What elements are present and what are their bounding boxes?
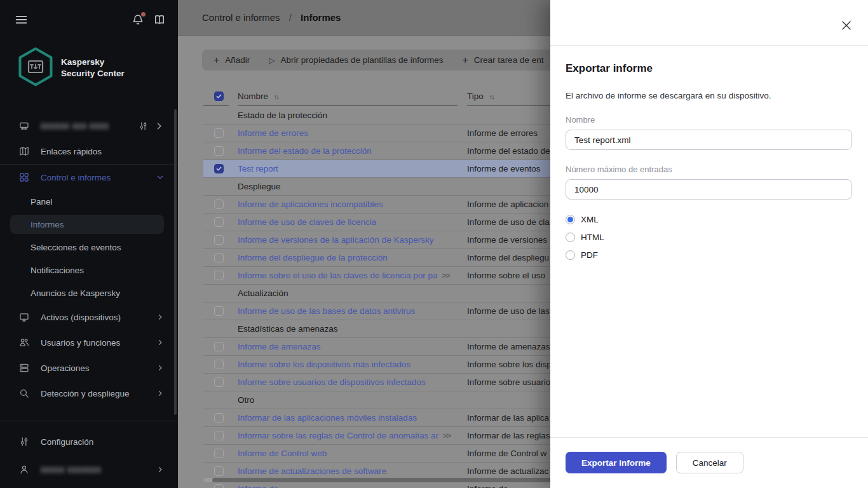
- breadcrumb-parent[interactable]: Control e informes: [202, 12, 280, 23]
- sidebar-server-selector[interactable]: ▮▮▮▮▮▮ ▮▮▮ ▮▮▮▮: [0, 114, 178, 137]
- row-checkbox[interactable]: [214, 466, 224, 476]
- sidebar-item-label: Control e informes: [41, 173, 156, 182]
- row-checkbox[interactable]: [214, 377, 224, 387]
- row-checkbox[interactable]: [214, 484, 224, 488]
- report-name-link[interactable]: Informe de errores: [238, 128, 308, 138]
- report-name-link[interactable]: Informar de las aplicaciones móviles ins…: [238, 413, 417, 423]
- cell-tipo: Informe de amenazas: [467, 338, 550, 355]
- sidebar-item-configuraci-n[interactable]: Configuración: [0, 428, 178, 456]
- truncation-marker: >>: [442, 271, 449, 280]
- sidebar-item-selecciones-de-eventos[interactable]: Selecciones de eventos: [0, 236, 178, 259]
- sidebar-subitem-label: Notificaciones: [31, 266, 84, 275]
- bell-icon[interactable]: [132, 14, 144, 25]
- report-name-link[interactable]: Informe de versiones de la aplicación de…: [238, 235, 433, 245]
- format-option-pdf[interactable]: PDF: [566, 246, 852, 264]
- radio-unselected-icon[interactable]: [566, 233, 575, 242]
- report-name-link[interactable]: Informe sobre usuarios de dispositivos i…: [238, 377, 426, 387]
- toolbar-button-3[interactable]: +Crear tarea de ent: [463, 55, 544, 66]
- sidebar-item-control-e-informes[interactable]: Control e informes: [0, 165, 178, 190]
- sidebar-item-label: Configuración: [41, 437, 164, 447]
- report-name-link[interactable]: Informe de uso de claves de licencia: [238, 217, 376, 227]
- row-checkbox[interactable]: [214, 164, 224, 173]
- cell-nombre: Informe de uso de claves de licencia: [238, 214, 376, 231]
- max-entries-field[interactable]: [566, 179, 852, 200]
- users-icon: [19, 337, 29, 348]
- row-checkbox[interactable]: [214, 235, 224, 245]
- report-name-link[interactable]: Informe sobre el uso de las claves de li…: [238, 271, 437, 280]
- row-checkbox[interactable]: [214, 253, 224, 262]
- server-settings-icon[interactable]: [139, 121, 148, 131]
- report-name-link[interactable]: Informe de Control web: [238, 449, 327, 458]
- format-option-xml[interactable]: XML: [566, 210, 852, 228]
- export-report-button[interactable]: Exportar informe: [566, 452, 667, 473]
- chevron-right-icon: [156, 466, 164, 473]
- format-option-html[interactable]: HTML: [566, 228, 852, 246]
- sidebar-item-enlaces-r-pidos[interactable]: Enlaces rápidos: [0, 139, 178, 164]
- cell-nombre: Informe sobre el uso de las claves de li…: [238, 267, 449, 284]
- report-name-link[interactable]: Informe de uso de las bases de datos ant…: [238, 306, 415, 316]
- cell-tipo: Informe de versiones: [467, 231, 547, 248]
- column-header-nombre[interactable]: Nombre ↑↓: [238, 87, 458, 106]
- row-checkbox[interactable]: [214, 146, 224, 156]
- row-checkbox[interactable]: [214, 306, 224, 316]
- report-name-link[interactable]: Informe del estado de la protección: [238, 146, 372, 156]
- row-checkbox[interactable]: [214, 449, 224, 458]
- cell-tipo: Informe de uso de las: [467, 302, 550, 320]
- sidebar-item-detecci-n-y-despliegue[interactable]: Detección y despliegue: [0, 381, 178, 406]
- chevron-down-icon: [156, 173, 164, 181]
- radio-unselected-icon[interactable]: [566, 250, 575, 260]
- sort-icon[interactable]: ↑↓: [274, 93, 278, 100]
- group-label: Otro: [238, 395, 254, 405]
- cancel-button[interactable]: Cancelar: [676, 452, 743, 473]
- row-checkbox[interactable]: [214, 413, 224, 423]
- chevron-right-icon: [156, 313, 164, 321]
- sidebar-item-panel[interactable]: Panel: [0, 190, 178, 213]
- sidebar-item-activos-dispositivos[interactable]: Activos (dispositivos): [0, 304, 178, 330]
- row-checkbox[interactable]: [214, 200, 224, 209]
- row-checkbox[interactable]: [214, 431, 224, 440]
- search-icon: [19, 388, 29, 398]
- close-icon[interactable]: [841, 20, 851, 30]
- report-name-link[interactable]: Informe de aplicaciones incompatibles: [238, 200, 383, 209]
- name-field-label: Nombre: [566, 115, 852, 125]
- cell-tipo: Informe de eventos: [467, 160, 541, 177]
- brand-line2: Security Center: [61, 68, 125, 79]
- sidebar-scrollbar[interactable]: [174, 109, 177, 415]
- sort-icon[interactable]: ↑↓: [489, 93, 494, 100]
- row-checkbox[interactable]: [214, 360, 224, 369]
- sliders-icon: [19, 437, 29, 447]
- play-icon: ▷: [269, 55, 275, 65]
- toolbar-button-2[interactable]: ▷Abrir propiedades de plantillas de info…: [269, 55, 443, 65]
- row-checkbox[interactable]: [214, 217, 224, 227]
- sidebar-item-[interactable]: ▮▮▮▮▮ ▮▮▮▮▮▮▮: [0, 456, 178, 484]
- sidebar-subitem-label: Anuncios de Kaspersky: [31, 288, 120, 298]
- cell-nombre: Estado de la protección: [238, 107, 327, 124]
- server-chevron-right-icon[interactable]: [154, 121, 164, 131]
- sidebar-item-operaciones[interactable]: Operaciones: [0, 355, 178, 381]
- report-name-link[interactable]: Informe de: [238, 484, 279, 488]
- cell-nombre: Informe de amenazas: [238, 338, 321, 355]
- report-name-link[interactable]: Informe de actualizaciones de software: [238, 466, 386, 476]
- sidebar-item-anuncios-de-kaspersky[interactable]: Anuncios de Kaspersky: [0, 281, 178, 304]
- row-checkbox[interactable]: [214, 128, 224, 138]
- report-name-link[interactable]: Informar sobre las reglas de Control de …: [238, 431, 438, 440]
- sidebar-item-notificaciones[interactable]: Notificaciones: [0, 259, 178, 281]
- report-name-link[interactable]: Informe sobre los dispositivos más infec…: [238, 360, 410, 369]
- report-name-link[interactable]: Test report: [238, 164, 278, 173]
- sidebar-nav: Enlaces rápidosControl e informesPanelIn…: [0, 139, 178, 406]
- book-icon[interactable]: [154, 14, 165, 25]
- name-field[interactable]: [566, 130, 852, 150]
- cell-nombre: Informe del despliegue de la protección: [238, 249, 388, 266]
- report-name-link[interactable]: Informe del despliegue de la protección: [238, 253, 388, 262]
- menu-icon[interactable]: [15, 14, 27, 25]
- row-checkbox[interactable]: [214, 271, 224, 280]
- select-all-checkbox[interactable]: [214, 92, 224, 101]
- sidebar-item-usuarios-y-funciones[interactable]: Usuarios y funciones: [0, 330, 178, 355]
- sidebar-item-informes[interactable]: Informes: [0, 213, 178, 236]
- radio-selected-icon[interactable]: [566, 215, 575, 224]
- cell-tipo: Informe de Control w: [467, 445, 546, 462]
- sidebar-footer-divider: [0, 421, 178, 421]
- row-checkbox[interactable]: [214, 342, 224, 351]
- toolbar-button-1[interactable]: +Añadir: [214, 55, 250, 66]
- report-name-link[interactable]: Informe de amenazas: [238, 342, 321, 351]
